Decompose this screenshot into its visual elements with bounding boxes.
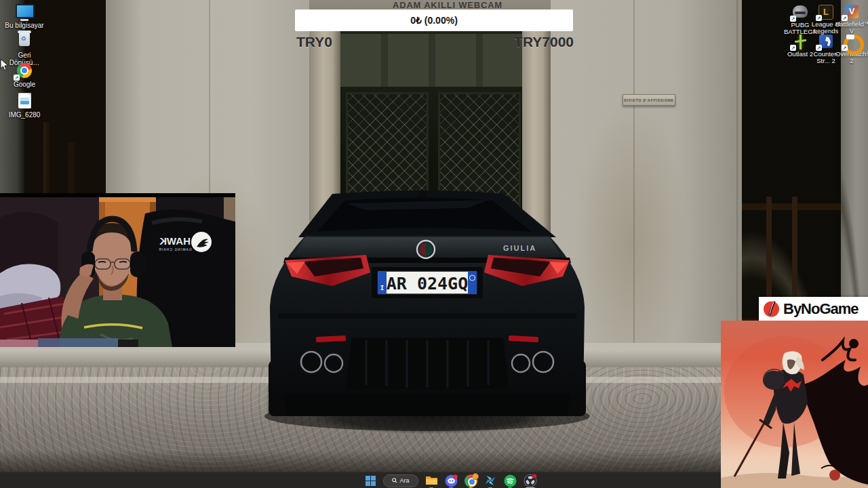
car-silhouette: GIULIA I AR 024GQ [264, 189, 590, 431]
plate-number: AR 024GQ [387, 274, 468, 293]
wall-sign-text: DIVIETO D'AFFISSIONE [624, 98, 674, 102]
file-explorer-icon [425, 475, 438, 486]
alfa-romeo-giulia-car: GIULIA I AR 024GQ [264, 178, 590, 435]
overwatch-2-icon: ↗ [844, 35, 860, 49]
start-button[interactable] [363, 474, 377, 487]
taskbar-obs[interactable] [523, 474, 538, 487]
donation-amount: 0₺ (0.00%) [410, 15, 458, 26]
taskbar-search[interactable]: Ara [383, 474, 418, 487]
shortcut-arrow-icon: ↗ [816, 45, 822, 51]
outlast-2-icon: ↗ [792, 35, 808, 49]
search-label: Ara [399, 477, 409, 484]
plate-country-letter: I [380, 285, 384, 291]
recycle-bin-icon [16, 33, 33, 50]
taskbar-file-explorer[interactable] [425, 474, 438, 487]
desktop-icon-this-pc[interactable]: Bu bilgisayar [3, 3, 46, 29]
webcam-overlay: HAWK GAMING CHAIR [0, 193, 235, 347]
wall-seam [633, 0, 635, 347]
taskbar-spotify[interactable] [503, 474, 517, 487]
chair-brand-logo: HAWK GAMING CHAIR [158, 232, 212, 252]
desktop-icon-battlefield-v[interactable]: V ↗ Battlefield™ V [835, 4, 868, 35]
battlefield-v-icon: V ↗ [844, 5, 860, 20]
webcam-title: ADAM AKILLI WEBCAM [298, 0, 597, 10]
taskbar-chrome[interactable] [464, 474, 477, 487]
spotify-icon [504, 474, 517, 487]
donation-range-start: TRY0 [296, 34, 332, 50]
shortcut-arrow-icon: ↗ [842, 15, 848, 21]
recording-badge [532, 474, 536, 478]
shortcut-arrow-icon: ↗ [816, 15, 822, 21]
shortcut-arrow-icon: ↗ [790, 45, 796, 51]
bynogame-logo-icon [762, 300, 781, 318]
desktop-icon-img-6280[interactable]: IMG_6280 [3, 92, 46, 119]
pubg-icon: ↗ [792, 5, 808, 20]
desktop-icon-label: IMG_6280 [3, 111, 46, 119]
desktop-icon-overwatch-2[interactable]: ↗ Overwatch® 2 [835, 34, 868, 65]
windows-logo-icon [366, 476, 376, 486]
taskbar-discord[interactable] [444, 474, 458, 487]
taskbar-pinwheel-app[interactable] [484, 474, 497, 487]
desktop-icon-label: Google [3, 81, 46, 88]
league-of-legends-icon: L ↗ [818, 5, 834, 20]
this-pc-icon [16, 4, 33, 20]
taskbar-icon-group: Ara [363, 472, 538, 488]
chair-brand-subtext: GAMING CHAIR [158, 247, 191, 251]
shortcut-arrow-icon: ↗ [842, 45, 848, 51]
chrome-icon: ↗ [16, 63, 33, 79]
search-icon [392, 478, 397, 483]
shortcut-arrow-icon: ↗ [790, 16, 796, 22]
donation-progress-bar: 0₺ (0.00%) [295, 9, 573, 31]
bynogame-banner: ByNoGame [759, 297, 868, 321]
notification-badge [453, 474, 457, 479]
image-file-icon [16, 93, 33, 110]
mouse-cursor [0, 58, 9, 72]
chrome-badge [472, 473, 479, 480]
bynogame-brand-text: ByNoGame [783, 300, 859, 318]
right-door-bar [742, 203, 841, 210]
desktop-screen: DIVIETO D'AFFISSIONE [0, 0, 868, 488]
donation-range-end: TRY7000 [495, 34, 574, 50]
chair-brand-text: HAWK [159, 235, 191, 247]
obs-icon [524, 474, 537, 487]
desktop-icon-label: Bu bilgisayar [3, 22, 46, 29]
wall-sign: DIVIETO D'AFFISSIONE [623, 94, 675, 106]
shortcut-arrow-icon: ↗ [14, 75, 20, 81]
counter-strike-2-icon: ↗ [818, 35, 834, 49]
desktop-icon-label: Battlefield™ V [835, 21, 868, 35]
discord-icon [445, 474, 458, 487]
pinwheel-app-icon [484, 474, 496, 487]
license-plate: I AR 024GQ [378, 271, 477, 294]
car-model-badge: GIULIA [503, 244, 536, 252]
character-art-overlay [721, 321, 868, 488]
wall-seam [736, 0, 738, 347]
